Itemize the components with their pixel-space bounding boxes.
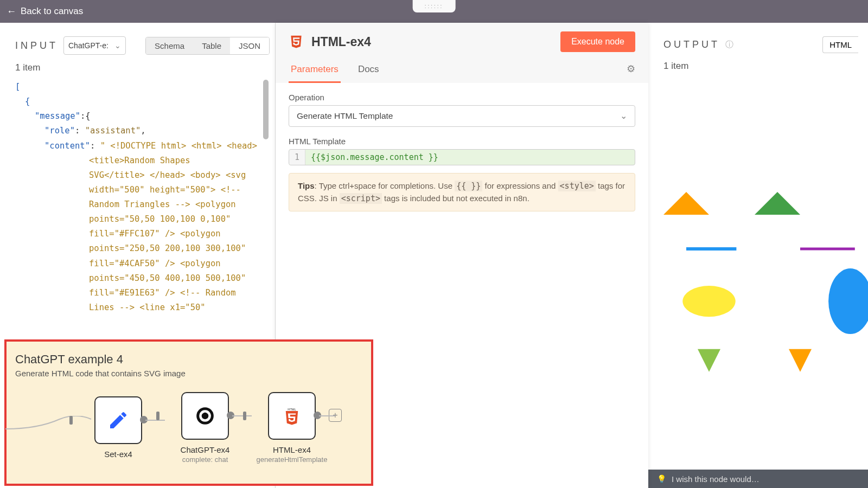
json-text: "assistant": [80, 126, 141, 136]
workflow-nodes: Set-ex4 ChatGPT-ex4 complete: chat HTML …: [15, 392, 362, 464]
triangle-shape: [755, 192, 800, 215]
operation-value: Generate HTML Template: [297, 111, 393, 121]
json-text: <title>Random Shapes: [15, 153, 270, 168]
line-number: 1: [289, 150, 305, 165]
triangle-shape: [663, 192, 709, 215]
gear-icon[interactable]: ⚙: [627, 63, 635, 80]
openai-icon: [195, 406, 215, 426]
json-text: Random Triangles --> <polygon: [15, 197, 270, 212]
input-node-select[interactable]: ChatGPT-e: ⌄: [63, 36, 126, 55]
workflow-node-label: HTML-ex4: [273, 445, 311, 454]
workflow-node-chatgpt[interactable]: ChatGPT-ex4 complete: chat: [162, 392, 248, 464]
back-label: Back to canvas: [21, 6, 83, 17]
operation-label: Operation: [289, 93, 635, 102]
json-text: fill="#E91E63" /> <!-- Random: [15, 286, 270, 300]
chevron-down-icon: ⌄: [620, 111, 627, 121]
ellipse-shape: [682, 286, 735, 317]
workflow-node-label: ChatGPT-ex4: [181, 445, 230, 454]
input-title: INPUT: [15, 40, 58, 52]
ellipse-shape: [828, 268, 868, 334]
workflow-edge-icon: [319, 415, 335, 416]
json-text: " <!DOCTYPE html> <html> <head>: [95, 141, 257, 151]
workflow-node-html[interactable]: HTML HTML-ex4 generateHtmlTemplate: [248, 392, 335, 464]
triangle-down-shape: [789, 349, 812, 372]
workflow-node-sublabel: generateHtmlTemplate: [257, 455, 328, 464]
json-text: fill="#FFC107" /> <polygon: [15, 227, 270, 241]
json-text: points="50,50 100,100 0,100": [15, 212, 270, 227]
json-text: width="500" height="500"> <!--: [15, 183, 270, 197]
pencil-icon: [107, 409, 129, 431]
tips-box: Tips: Type ctrl+space for completions. U…: [289, 173, 635, 211]
info-icon[interactable]: ⓘ: [725, 40, 733, 50]
feedback-text: I wish this node would…: [672, 474, 760, 484]
json-text: [: [15, 82, 20, 92]
html5-icon: [289, 34, 304, 49]
json-text: "content": [44, 141, 90, 151]
node-name[interactable]: HTML-ex4: [311, 35, 553, 49]
output-header: OUTPUT ⓘ HTML: [663, 36, 858, 53]
execute-node-button[interactable]: Execute node: [560, 31, 635, 52]
svg-text:HTML: HTML: [288, 408, 296, 411]
json-text: :{: [80, 111, 91, 121]
arrow-left-icon: ←: [7, 6, 16, 17]
tab-docs[interactable]: Docs: [356, 60, 381, 83]
input-view-tabs: Schema Table JSON: [145, 37, 270, 55]
tips-label: Tips: [298, 181, 315, 190]
json-text: "role": [44, 126, 75, 136]
json-text: "message": [35, 111, 80, 121]
lightbulb-icon: 💡: [657, 474, 666, 483]
workflow-node-set[interactable]: Set-ex4: [75, 396, 162, 460]
workflow-title: ChatGPT example 4: [15, 352, 362, 367]
html-template-editor[interactable]: 1 {{$json.message.content }}: [289, 149, 635, 165]
workflow-node-label: Set-ex4: [104, 450, 132, 459]
tab-schema[interactable]: Schema: [146, 37, 193, 54]
config-tabs: Parameters Docs ⚙: [289, 60, 635, 83]
input-header: INPUT ChatGPT-e: ⌄ Schema Table JSON: [15, 36, 270, 55]
html-template-label: HTML Template: [289, 137, 635, 146]
back-to-canvas-link[interactable]: ← Back to canvas: [7, 6, 83, 17]
tab-json[interactable]: JSON: [230, 37, 269, 54]
output-html-button[interactable]: HTML: [822, 36, 858, 53]
template-code: {{$json.message.content }}: [305, 150, 635, 165]
node-input-handle-icon[interactable]: [69, 416, 73, 425]
html5-icon: HTML: [282, 406, 302, 426]
chevron-down-icon: ⌄: [114, 41, 121, 50]
output-item-count: 1 item: [663, 61, 858, 72]
triangle-down-shape: [698, 349, 720, 372]
workflow-preview: ChatGPT example 4 Generate HTML code tha…: [4, 339, 373, 486]
json-text: points="250,50 200,100 300,100": [15, 241, 270, 256]
tab-parameters[interactable]: Parameters: [289, 60, 341, 83]
node-input-handle-icon[interactable]: [156, 412, 159, 420]
workflow-node-sublabel: complete: chat: [182, 455, 228, 464]
feedback-bar[interactable]: 💡 I wish this node would…: [648, 470, 868, 488]
output-panel: OUTPUT ⓘ HTML 1 item: [648, 23, 868, 488]
top-bar: ← Back to canvas ::::::: [0, 0, 868, 23]
workflow-subtitle: Generate HTML code that contains SVG ima…: [15, 369, 362, 378]
drag-handle-icon[interactable]: ::::::: [413, 0, 456, 12]
node-config-header: HTML-ex4 Execute node Parameters Docs ⚙: [276, 23, 648, 83]
input-item-count: 1 item: [15, 62, 270, 73]
node-input-handle-icon[interactable]: [243, 412, 246, 420]
tab-table[interactable]: Table: [193, 37, 230, 54]
json-text: fill="#4CAF50" /> <polygon: [15, 256, 270, 271]
input-node-selected: ChatGPT-e:: [68, 41, 108, 50]
operation-select[interactable]: Generate HTML Template ⌄: [289, 105, 635, 127]
output-title: OUTPUT: [663, 39, 720, 50]
json-text: Lines --> <line x1="50": [15, 300, 270, 315]
json-text: points="450,50 400,100 500,100": [15, 271, 270, 286]
json-text: {: [25, 97, 30, 106]
svg-output-preview: [663, 78, 868, 488]
json-text: SVG</title> </head> <body> <svg: [15, 168, 270, 183]
